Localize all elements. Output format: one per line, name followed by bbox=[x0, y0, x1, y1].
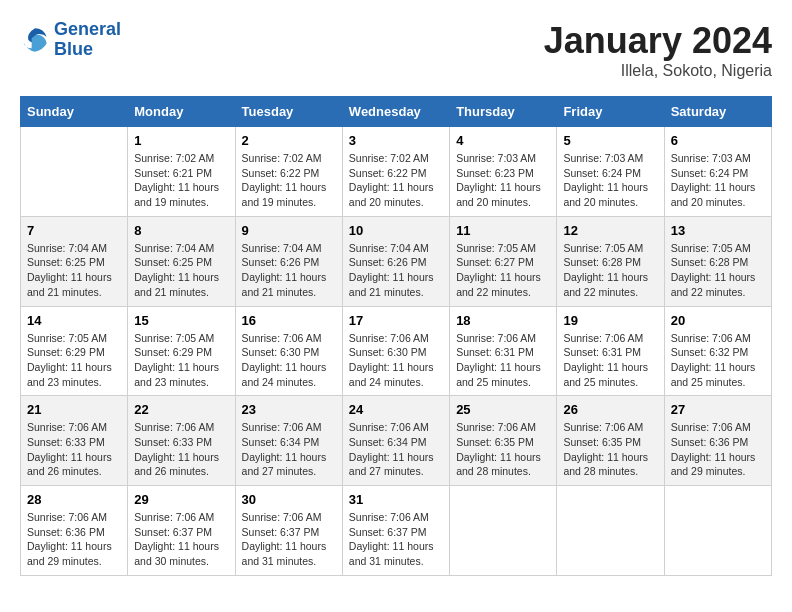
day-number: 3 bbox=[349, 133, 443, 148]
day-info: Sunrise: 7:06 AMSunset: 6:36 PMDaylight:… bbox=[671, 420, 765, 479]
day-number: 25 bbox=[456, 402, 550, 417]
day-info: Sunrise: 7:06 AMSunset: 6:33 PMDaylight:… bbox=[134, 420, 228, 479]
day-header-wednesday: Wednesday bbox=[342, 97, 449, 127]
day-info: Sunrise: 7:06 AMSunset: 6:30 PMDaylight:… bbox=[242, 331, 336, 390]
day-info: Sunrise: 7:06 AMSunset: 6:37 PMDaylight:… bbox=[349, 510, 443, 569]
day-number: 4 bbox=[456, 133, 550, 148]
day-header-sunday: Sunday bbox=[21, 97, 128, 127]
day-info: Sunrise: 7:06 AMSunset: 6:30 PMDaylight:… bbox=[349, 331, 443, 390]
header-row: SundayMondayTuesdayWednesdayThursdayFrid… bbox=[21, 97, 772, 127]
day-header-saturday: Saturday bbox=[664, 97, 771, 127]
logo: General Blue bbox=[20, 20, 121, 60]
page-header: General Blue January 2024 Illela, Sokoto… bbox=[20, 20, 772, 80]
week-row-4: 21Sunrise: 7:06 AMSunset: 6:33 PMDayligh… bbox=[21, 396, 772, 486]
calendar-cell: 16Sunrise: 7:06 AMSunset: 6:30 PMDayligh… bbox=[235, 306, 342, 396]
day-info: Sunrise: 7:02 AMSunset: 6:22 PMDaylight:… bbox=[242, 151, 336, 210]
day-number: 16 bbox=[242, 313, 336, 328]
calendar-cell: 6Sunrise: 7:03 AMSunset: 6:24 PMDaylight… bbox=[664, 127, 771, 217]
week-row-2: 7Sunrise: 7:04 AMSunset: 6:25 PMDaylight… bbox=[21, 216, 772, 306]
calendar-cell: 10Sunrise: 7:04 AMSunset: 6:26 PMDayligh… bbox=[342, 216, 449, 306]
calendar-cell: 19Sunrise: 7:06 AMSunset: 6:31 PMDayligh… bbox=[557, 306, 664, 396]
day-number: 31 bbox=[349, 492, 443, 507]
calendar-cell: 18Sunrise: 7:06 AMSunset: 6:31 PMDayligh… bbox=[450, 306, 557, 396]
calendar-cell: 28Sunrise: 7:06 AMSunset: 6:36 PMDayligh… bbox=[21, 486, 128, 576]
logo-icon bbox=[20, 25, 50, 55]
calendar-cell bbox=[557, 486, 664, 576]
day-info: Sunrise: 7:02 AMSunset: 6:22 PMDaylight:… bbox=[349, 151, 443, 210]
day-info: Sunrise: 7:06 AMSunset: 6:31 PMDaylight:… bbox=[456, 331, 550, 390]
day-number: 20 bbox=[671, 313, 765, 328]
day-info: Sunrise: 7:03 AMSunset: 6:23 PMDaylight:… bbox=[456, 151, 550, 210]
calendar-cell: 22Sunrise: 7:06 AMSunset: 6:33 PMDayligh… bbox=[128, 396, 235, 486]
day-info: Sunrise: 7:05 AMSunset: 6:27 PMDaylight:… bbox=[456, 241, 550, 300]
calendar-cell: 21Sunrise: 7:06 AMSunset: 6:33 PMDayligh… bbox=[21, 396, 128, 486]
day-number: 6 bbox=[671, 133, 765, 148]
calendar-cell: 30Sunrise: 7:06 AMSunset: 6:37 PMDayligh… bbox=[235, 486, 342, 576]
calendar-cell: 29Sunrise: 7:06 AMSunset: 6:37 PMDayligh… bbox=[128, 486, 235, 576]
day-header-monday: Monday bbox=[128, 97, 235, 127]
day-number: 18 bbox=[456, 313, 550, 328]
calendar-cell: 13Sunrise: 7:05 AMSunset: 6:28 PMDayligh… bbox=[664, 216, 771, 306]
calendar-cell: 1Sunrise: 7:02 AMSunset: 6:21 PMDaylight… bbox=[128, 127, 235, 217]
day-info: Sunrise: 7:06 AMSunset: 6:31 PMDaylight:… bbox=[563, 331, 657, 390]
day-info: Sunrise: 7:02 AMSunset: 6:21 PMDaylight:… bbox=[134, 151, 228, 210]
day-header-friday: Friday bbox=[557, 97, 664, 127]
day-number: 7 bbox=[27, 223, 121, 238]
calendar-cell: 8Sunrise: 7:04 AMSunset: 6:25 PMDaylight… bbox=[128, 216, 235, 306]
day-info: Sunrise: 7:06 AMSunset: 6:34 PMDaylight:… bbox=[349, 420, 443, 479]
day-number: 14 bbox=[27, 313, 121, 328]
calendar-header: SundayMondayTuesdayWednesdayThursdayFrid… bbox=[21, 97, 772, 127]
calendar-cell bbox=[21, 127, 128, 217]
day-info: Sunrise: 7:05 AMSunset: 6:28 PMDaylight:… bbox=[671, 241, 765, 300]
day-info: Sunrise: 7:04 AMSunset: 6:25 PMDaylight:… bbox=[27, 241, 121, 300]
day-number: 11 bbox=[456, 223, 550, 238]
day-number: 5 bbox=[563, 133, 657, 148]
day-header-tuesday: Tuesday bbox=[235, 97, 342, 127]
day-info: Sunrise: 7:06 AMSunset: 6:37 PMDaylight:… bbox=[242, 510, 336, 569]
day-number: 21 bbox=[27, 402, 121, 417]
day-info: Sunrise: 7:06 AMSunset: 6:33 PMDaylight:… bbox=[27, 420, 121, 479]
logo-blue: Blue bbox=[54, 40, 121, 60]
day-number: 9 bbox=[242, 223, 336, 238]
calendar-cell bbox=[664, 486, 771, 576]
day-number: 26 bbox=[563, 402, 657, 417]
calendar-subtitle: Illela, Sokoto, Nigeria bbox=[544, 62, 772, 80]
calendar-body: 1Sunrise: 7:02 AMSunset: 6:21 PMDaylight… bbox=[21, 127, 772, 576]
logo-general: General bbox=[54, 19, 121, 39]
calendar-cell: 3Sunrise: 7:02 AMSunset: 6:22 PMDaylight… bbox=[342, 127, 449, 217]
day-info: Sunrise: 7:04 AMSunset: 6:26 PMDaylight:… bbox=[349, 241, 443, 300]
calendar-cell: 31Sunrise: 7:06 AMSunset: 6:37 PMDayligh… bbox=[342, 486, 449, 576]
day-number: 19 bbox=[563, 313, 657, 328]
calendar-cell: 5Sunrise: 7:03 AMSunset: 6:24 PMDaylight… bbox=[557, 127, 664, 217]
calendar-table: SundayMondayTuesdayWednesdayThursdayFrid… bbox=[20, 96, 772, 576]
day-number: 8 bbox=[134, 223, 228, 238]
day-number: 1 bbox=[134, 133, 228, 148]
day-number: 17 bbox=[349, 313, 443, 328]
day-info: Sunrise: 7:05 AMSunset: 6:29 PMDaylight:… bbox=[134, 331, 228, 390]
calendar-cell: 25Sunrise: 7:06 AMSunset: 6:35 PMDayligh… bbox=[450, 396, 557, 486]
calendar-cell: 11Sunrise: 7:05 AMSunset: 6:27 PMDayligh… bbox=[450, 216, 557, 306]
day-number: 23 bbox=[242, 402, 336, 417]
day-number: 12 bbox=[563, 223, 657, 238]
week-row-3: 14Sunrise: 7:05 AMSunset: 6:29 PMDayligh… bbox=[21, 306, 772, 396]
calendar-cell: 9Sunrise: 7:04 AMSunset: 6:26 PMDaylight… bbox=[235, 216, 342, 306]
calendar-title: January 2024 bbox=[544, 20, 772, 62]
calendar-cell: 20Sunrise: 7:06 AMSunset: 6:32 PMDayligh… bbox=[664, 306, 771, 396]
day-number: 27 bbox=[671, 402, 765, 417]
calendar-cell: 15Sunrise: 7:05 AMSunset: 6:29 PMDayligh… bbox=[128, 306, 235, 396]
day-info: Sunrise: 7:05 AMSunset: 6:29 PMDaylight:… bbox=[27, 331, 121, 390]
day-info: Sunrise: 7:06 AMSunset: 6:35 PMDaylight:… bbox=[563, 420, 657, 479]
day-info: Sunrise: 7:06 AMSunset: 6:34 PMDaylight:… bbox=[242, 420, 336, 479]
day-number: 10 bbox=[349, 223, 443, 238]
day-number: 29 bbox=[134, 492, 228, 507]
calendar-cell: 24Sunrise: 7:06 AMSunset: 6:34 PMDayligh… bbox=[342, 396, 449, 486]
calendar-title-block: January 2024 Illela, Sokoto, Nigeria bbox=[544, 20, 772, 80]
calendar-cell: 26Sunrise: 7:06 AMSunset: 6:35 PMDayligh… bbox=[557, 396, 664, 486]
day-info: Sunrise: 7:03 AMSunset: 6:24 PMDaylight:… bbox=[563, 151, 657, 210]
day-number: 22 bbox=[134, 402, 228, 417]
day-number: 13 bbox=[671, 223, 765, 238]
calendar-cell: 7Sunrise: 7:04 AMSunset: 6:25 PMDaylight… bbox=[21, 216, 128, 306]
day-header-thursday: Thursday bbox=[450, 97, 557, 127]
week-row-1: 1Sunrise: 7:02 AMSunset: 6:21 PMDaylight… bbox=[21, 127, 772, 217]
day-info: Sunrise: 7:04 AMSunset: 6:26 PMDaylight:… bbox=[242, 241, 336, 300]
